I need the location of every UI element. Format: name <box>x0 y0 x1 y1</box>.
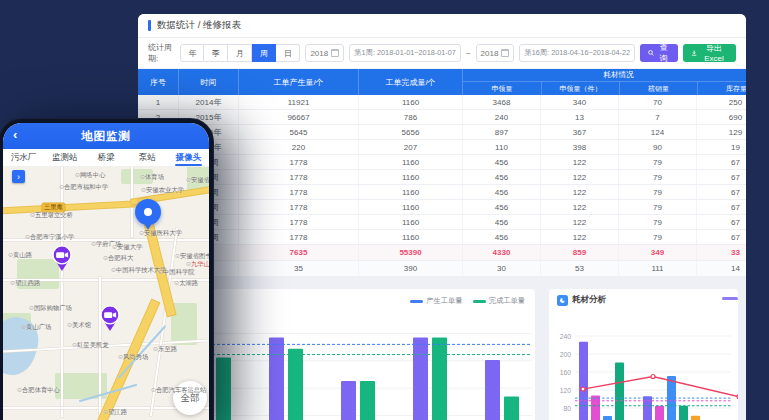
table-cell: 1160 <box>358 95 462 109</box>
table-cell: 1160 <box>358 200 462 214</box>
phone-tab-bar: 污水厂监测站桥梁泵站摄像头 <box>3 149 209 167</box>
chart-legend: 产生工单量完成工单量 <box>410 296 525 306</box>
map-label: ⊙安徽大学 <box>112 243 142 252</box>
query-button[interactable]: 查询 <box>640 44 678 62</box>
table-cell: 390 <box>358 261 462 276</box>
average-row: 平均值35390305311114 <box>138 261 746 277</box>
table-cell: 1778 <box>238 215 358 229</box>
map-label: ⊙国际购物广场 <box>29 304 72 313</box>
svg-text:80: 80 <box>564 405 572 412</box>
year-to-select[interactable]: 2018 <box>476 44 515 62</box>
export-excel-button[interactable]: 导出Excel <box>683 44 736 62</box>
calendar-icon <box>501 49 509 57</box>
map-label: ⊙太湖路 <box>174 279 198 288</box>
layer-expander-button[interactable]: › <box>12 170 25 183</box>
legend-label: 完成工单量 <box>489 296 525 306</box>
phone-tab-摄像头[interactable]: 摄像头 <box>168 149 209 166</box>
col-header-time: 时间 <box>178 69 238 95</box>
phone-tab-监测站[interactable]: 监测站 <box>44 149 85 166</box>
svg-text:120: 120 <box>560 387 572 394</box>
period-option-年[interactable]: 年 <box>180 44 204 62</box>
phone-tab-污水厂[interactable]: 污水厂 <box>3 149 44 166</box>
phone-page-title: 地图监测 <box>81 129 131 144</box>
table-cell: 1778 <box>238 170 358 184</box>
period-option-周[interactable]: 周 <box>252 44 276 62</box>
phone-header: ‹ 地图监测 <box>3 123 209 149</box>
period-option-季[interactable]: 季 <box>204 44 228 62</box>
map-label: ⊙安徽农业大学 <box>141 186 184 195</box>
table-cell: 1160 <box>358 215 462 229</box>
map-label: ⊙安徽省博物馆 <box>186 176 209 185</box>
table-cell: 3468 <box>462 95 540 109</box>
pie-chart-icon <box>557 295 568 306</box>
table-cell: 456 <box>462 185 540 199</box>
period-segmented-control: 年季月周日 <box>180 44 300 62</box>
week-range-from-input[interactable]: 第1周: 2018-01-01~2018-01-07 <box>349 44 461 62</box>
svg-text:200: 200 <box>560 351 572 358</box>
table-cell: 79 <box>618 215 696 229</box>
table-cell: 240 <box>462 110 540 124</box>
year-from-select[interactable]: 2018 <box>305 44 344 62</box>
period-option-日[interactable]: 日 <box>276 44 300 62</box>
map-label: ⊙网络中心 <box>75 171 105 180</box>
camera-pin[interactable] <box>51 245 73 272</box>
table-cell: 53 <box>540 261 618 276</box>
camera-pin[interactable] <box>99 305 121 332</box>
table-cell: 14 <box>696 261 746 276</box>
group-header-label: 耗材情况 <box>463 69 746 82</box>
map-label: ⊙体育场 <box>140 173 164 182</box>
table-cell: 67 <box>696 185 746 199</box>
selected-camera-pin[interactable] <box>135 199 161 225</box>
table-cell: 7635 <box>238 245 358 260</box>
table-cell: 349 <box>618 245 696 260</box>
table-row: 32016年56455656897367124129 <box>138 125 746 140</box>
table-cell: 1160 <box>358 155 462 169</box>
table-row: 42017年2202071103989019 <box>138 140 746 155</box>
table-cell: 122 <box>540 185 618 199</box>
table-cell: 67 <box>696 230 746 244</box>
table-cell: 33 <box>696 245 746 260</box>
dashboard-panel: 数据统计 / 维修报表 统计周期: 年季月周日 2018 第1周: 2018-0… <box>138 14 746 420</box>
table-cell: 398 <box>540 140 618 154</box>
legend-item[interactable]: 产生工单量 <box>410 296 462 306</box>
table-cell: 2014年 <box>178 95 238 109</box>
map-label: ⊙黄山路 <box>8 251 32 260</box>
total-row: 合计763555390433085934933 <box>138 245 746 261</box>
back-button[interactable]: ‹ <box>13 127 17 142</box>
search-icon <box>648 49 654 57</box>
table-row: 8第4周177811604561227967 <box>138 200 746 215</box>
map-label: ⊙合肥汽车客运总站 <box>151 386 206 395</box>
breadcrumb-bar: 数据统计 / 维修报表 <box>138 14 746 38</box>
table-cell: 340 <box>540 95 618 109</box>
svg-text:160: 160 <box>560 369 572 376</box>
chart-legend-clipped <box>722 297 738 300</box>
phone-screen: ‹ 地图监测 污水厂监测站桥梁泵站摄像头 <box>3 123 209 420</box>
table-cell: 690 <box>696 110 746 124</box>
period-option-月[interactable]: 月 <box>228 44 252 62</box>
table-cell: 5645 <box>238 125 358 139</box>
table-row: 10第6周177811604561227967 <box>138 230 746 245</box>
phone-tab-泵站[interactable]: 泵站 <box>127 149 168 166</box>
table-cell: 67 <box>696 170 746 184</box>
table-cell: 122 <box>540 200 618 214</box>
map-label: ⊙合肥体育中心 <box>17 386 60 395</box>
table-cell: 1778 <box>238 230 358 244</box>
table-row: 9第5周177811604561227967 <box>138 215 746 230</box>
table-cell: 456 <box>462 155 540 169</box>
table-cell: 35 <box>238 261 358 276</box>
table-cell: 122 <box>540 170 618 184</box>
table-row: 22015年96667786240137690 <box>138 110 746 125</box>
table-cell: 67 <box>696 200 746 214</box>
phone-tab-桥梁[interactable]: 桥梁 <box>85 149 126 166</box>
map-label: ⊙合肥市福和中学 <box>59 183 108 192</box>
consumable-bar-line-chart: 2402001601208040 <box>549 306 738 420</box>
legend-item[interactable]: 完成工单量 <box>473 296 525 306</box>
table-cell: 7 <box>618 110 696 124</box>
week-range-to-input[interactable]: 第16周: 2018-04-16~2018-04-22 <box>519 44 635 62</box>
table-cell: 207 <box>358 140 462 154</box>
report-table: 序号 时间 工单产生量/个 工单完成量/个 耗材情况 申领量 申领量（件） 核销… <box>138 69 746 277</box>
table-cell: 124 <box>618 125 696 139</box>
sub-col-header: 核销量 <box>619 82 697 95</box>
map-view[interactable]: › 三里庵 全部 ⊙网络中心⊙合肥市福和中学⊙体育场⊙安徽农业大学⊙安徽省博物馆… <box>3 167 209 420</box>
col-header-completed: 工单完成量/个 <box>358 69 462 95</box>
